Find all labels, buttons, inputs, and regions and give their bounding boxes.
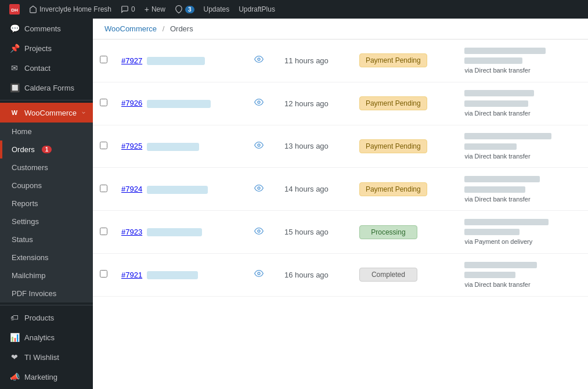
sidebar-label-caldera: Caldera Forms bbox=[24, 84, 74, 92]
order-time-7923: 15 hours ago bbox=[277, 211, 352, 254]
sidebar-label-woo-coupons: Coupons bbox=[12, 181, 42, 190]
orders-badge: 1 bbox=[42, 146, 52, 153]
order-details-cell-7923: via Payment on delivery bbox=[457, 211, 588, 254]
order-checkbox-7923[interactable] bbox=[100, 228, 107, 235]
sidebar-item-woo-reports[interactable]: Reports bbox=[0, 195, 93, 212]
order-detail-blurred-2-7923 bbox=[464, 229, 520, 235]
sidebar-item-woo-mailchimp[interactable]: Mailchimp bbox=[0, 266, 93, 284]
order-time-7921: 16 hours ago bbox=[277, 253, 352, 296]
order-name-blurred-7925 bbox=[147, 143, 199, 151]
sidebar-label-wishlist: TI Wishlist bbox=[24, 353, 59, 362]
order-checkbox-7921[interactable] bbox=[100, 270, 107, 278]
woocommerce-collapse-icon bbox=[81, 110, 86, 116]
view-order-icon-7921[interactable] bbox=[254, 270, 264, 280]
order-detail-blurred-1-7925 bbox=[464, 133, 551, 139]
svg-point-5 bbox=[258, 187, 260, 189]
order-checkbox-7926[interactable] bbox=[100, 99, 107, 106]
sidebar-label-marketing: Marketing bbox=[24, 373, 57, 381]
order-payment-method-7927: via Direct bank transfer bbox=[464, 67, 530, 74]
sidebar-item-products[interactable]: 🏷 Products bbox=[0, 308, 93, 327]
breadcrumb: WooCommerce / Orders bbox=[93, 19, 588, 39]
sidebar-item-wishlist[interactable]: ❤ TI Wishlist bbox=[0, 347, 93, 367]
breadcrumb-current: Orders bbox=[170, 24, 193, 33]
order-number-link-7924[interactable]: #7924 bbox=[121, 185, 142, 193]
view-order-icon-7923[interactable] bbox=[254, 228, 264, 237]
order-number-cell-7923: #7923 bbox=[114, 211, 247, 254]
sidebar-item-elementor[interactable]: ⬡ Elementor bbox=[0, 387, 93, 389]
sidebar-item-marketing[interactable]: 📣 Marketing bbox=[0, 367, 93, 387]
order-details-cell-7926: via Direct bank transfer bbox=[457, 82, 588, 125]
order-details-cell-7927: via Direct bank transfer bbox=[457, 39, 588, 82]
order-name-blurred-7921 bbox=[147, 271, 198, 279]
order-number-link-7923[interactable]: #7923 bbox=[121, 228, 142, 236]
updraftplus-item[interactable]: UpdraftPlus bbox=[234, 0, 280, 19]
sidebar-item-woo-orders[interactable]: Orders 1 bbox=[0, 141, 93, 159]
order-number-link-7927[interactable]: #7927 bbox=[121, 56, 142, 65]
sidebar-item-woo-customers[interactable]: Customers bbox=[0, 159, 93, 177]
order-detail-blurred-1-7926 bbox=[464, 90, 534, 96]
sidebar-item-woo-pdf[interactable]: PDF Invoices bbox=[0, 284, 93, 302]
view-order-icon-7925[interactable] bbox=[254, 142, 264, 152]
breadcrumb-parent-link[interactable]: WooCommerce bbox=[104, 24, 157, 33]
view-order-icon-7926[interactable] bbox=[254, 99, 264, 109]
order-status-cell-7921: Completed bbox=[352, 253, 458, 296]
order-detail-blurred-2-7927 bbox=[464, 57, 522, 64]
sidebar-woocommerce-header[interactable]: W WooCommerce bbox=[0, 103, 93, 123]
order-checkbox-cell bbox=[93, 168, 114, 211]
order-status-cell-7926: Payment Pending bbox=[352, 82, 458, 125]
order-status-badge-7923: Processing bbox=[359, 225, 417, 239]
order-status-badge-7925: Payment Pending bbox=[359, 139, 427, 153]
svg-point-6 bbox=[258, 230, 260, 232]
site-name-item[interactable]: Inverclyde Home Fresh bbox=[24, 0, 116, 19]
sidebar-item-analytics[interactable]: 📊 Analytics bbox=[0, 327, 93, 347]
order-number-link-7925[interactable]: #7925 bbox=[121, 142, 142, 150]
order-payment-method-7924: via Direct bank transfer bbox=[464, 196, 530, 203]
order-details-cell-7924: via Direct bank transfer bbox=[457, 168, 588, 211]
sidebar-item-comments[interactable]: 💬 Comments bbox=[0, 19, 93, 38]
order-checkbox-7925[interactable] bbox=[100, 142, 107, 149]
table-row: #7926 12 hours ago Payment Pending via D… bbox=[93, 82, 588, 125]
sidebar-item-woo-settings[interactable]: Settings bbox=[0, 212, 93, 230]
sidebar-item-woo-home[interactable]: Home bbox=[0, 123, 93, 141]
updates-item[interactable]: Updates bbox=[199, 0, 235, 19]
sidebar-item-contact[interactable]: ✉ Contact bbox=[0, 58, 93, 78]
order-payment-method-7923: via Payment on delivery bbox=[464, 238, 532, 245]
home-icon bbox=[29, 5, 37, 13]
sidebar-label-woo-home: Home bbox=[12, 127, 32, 136]
sidebar-item-woo-extensions[interactable]: Extensions bbox=[0, 248, 93, 266]
svg-point-3 bbox=[258, 101, 260, 103]
order-checkbox-7924[interactable] bbox=[100, 185, 107, 192]
content-area: WooCommerce / Orders #7927 11 hours ago … bbox=[93, 19, 588, 389]
marker-item[interactable]: 3 bbox=[170, 0, 199, 19]
order-number-link-7926[interactable]: #7926 bbox=[121, 99, 142, 107]
comments-item[interactable]: 0 bbox=[116, 0, 140, 19]
site-logo-item[interactable]: DH bbox=[5, 0, 24, 19]
order-payment-method-7925: via Direct bank transfer bbox=[464, 153, 530, 160]
order-number-cell-7926: #7926 bbox=[114, 82, 247, 125]
comments-icon: 💬 bbox=[9, 23, 20, 34]
order-view-cell-7926 bbox=[247, 82, 277, 125]
order-status-cell-7927: Payment Pending bbox=[352, 39, 458, 82]
sidebar-item-woo-coupons[interactable]: Coupons bbox=[0, 177, 93, 195]
view-order-icon-7927[interactable] bbox=[254, 56, 264, 66]
sidebar-item-projects[interactable]: 📌 Projects bbox=[0, 38, 93, 58]
order-details-7925: via Direct bank transfer bbox=[464, 131, 581, 162]
order-number-cell-7921: #7921 bbox=[114, 253, 247, 296]
order-checkbox-7927[interactable] bbox=[100, 56, 107, 63]
view-order-icon-7924[interactable] bbox=[254, 185, 264, 195]
sidebar-label-woo-status: Status bbox=[12, 235, 33, 244]
order-view-cell-7923 bbox=[247, 211, 277, 254]
analytics-icon: 📊 bbox=[9, 332, 20, 343]
order-number-link-7921[interactable]: #7921 bbox=[121, 271, 142, 279]
breadcrumb-separator: / bbox=[163, 24, 165, 33]
comments-count: 0 bbox=[131, 5, 135, 13]
new-item[interactable]: + New bbox=[140, 0, 170, 19]
order-number-cell-7925: #7925 bbox=[114, 125, 247, 168]
updraftplus-label: UpdraftPlus bbox=[239, 5, 275, 13]
sidebar-item-woo-status[interactable]: Status bbox=[0, 230, 93, 248]
order-detail-blurred-2-7926 bbox=[464, 100, 528, 107]
order-details-7926: via Direct bank transfer bbox=[464, 88, 581, 119]
order-payment-method-7926: via Direct bank transfer bbox=[464, 110, 530, 117]
admin-bar: DH Inverclyde Home Fresh 0 + New 3 Updat… bbox=[0, 0, 588, 19]
sidebar-item-caldera[interactable]: 🔲 Caldera Forms bbox=[0, 78, 93, 98]
